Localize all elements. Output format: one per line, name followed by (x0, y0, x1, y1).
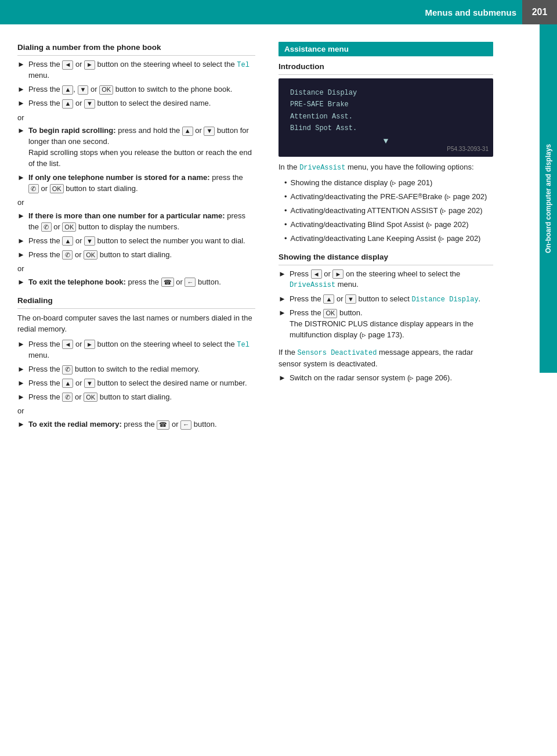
list-item: ► Press the ◄ or ► button on the steerin… (17, 339, 255, 361)
display-image: Distance Display PRE-SAFE Brake Attentio… (278, 78, 493, 157)
list-item: ► To begin rapid scrolling: press and ho… (17, 125, 255, 169)
item-text: Press the ▲ or ▼ button to select the nu… (28, 236, 245, 247)
header-bar: Menus and submenus 201 (0, 0, 557, 24)
distance-display-label: Distance Display (411, 296, 478, 304)
side-tab-label: On-board computer and displays (544, 144, 552, 253)
page-number: 201 (532, 7, 548, 17)
item-text: Press the ▲ or ▼ button to select the de… (28, 98, 211, 109)
right-btn: ► (332, 269, 343, 279)
arrow-icon: ► (17, 339, 25, 350)
item-text: Press the ◄ or ► button on the steering … (28, 59, 255, 81)
item-text: If there is more than one number for a p… (28, 211, 255, 233)
item-text: Press the ▲, ▼ or OK button to switch to… (28, 84, 233, 95)
list-item: ► If there is more than one number for a… (17, 211, 255, 233)
arrow-icon: ► (17, 125, 25, 136)
up-btn: ▲ (182, 127, 193, 136)
phone-book-title: Dialing a number from the phone book (17, 43, 255, 52)
section-distance-display: Showing the distance display ► Press ◄ o… (278, 253, 493, 384)
list-item: ► Press the OK button.The DISTRONIC PLUS… (278, 308, 493, 341)
back-btn: ← (185, 278, 196, 287)
list-item: ► Press ◄ or ► on the steering wheel to … (278, 269, 493, 291)
left-btn: ◄ (62, 60, 73, 70)
up-btn: ▲ (323, 294, 334, 304)
side-tab: On-board computer and displays (540, 24, 557, 373)
list-item: ► Press the ▲, ▼ or OK button to switch … (17, 84, 255, 95)
call-btn: ✆ (62, 365, 73, 375)
item-text: Press the ✆ or OK button to start dialin… (28, 250, 172, 261)
list-item: ► Press the ▲ or ▼ button to select the … (17, 378, 255, 389)
section-phone-book: Dialing a number from the phone book ► P… (17, 43, 255, 288)
list-item: ► Press the ▲ or ▼ button to select Dist… (278, 294, 493, 305)
list-item: ► Press the ✆ button to switch to the re… (17, 364, 255, 375)
right-btn: ► (84, 60, 95, 70)
list-item: ► Switch on the radar sensor system (▹ p… (278, 373, 493, 384)
display-line-3: Attention Asst. (290, 111, 482, 123)
item-text: To exit the telephone book: press the ☎ … (28, 277, 221, 288)
list-item: ► To exit the redial memory: press the ☎… (17, 419, 255, 430)
list-item: Activating/deactivating Lane Keeping Ass… (284, 233, 493, 244)
introduction-divider (278, 74, 493, 75)
up-btn: ▲ (62, 85, 73, 95)
list-item: ► Press the ✆ or OK button to start dial… (17, 250, 255, 261)
introduction-section: Introduction Distance Display PRE-SAFE B… (278, 62, 493, 244)
driveassist-label: DriveAssist (290, 281, 335, 289)
right-btn: ► (84, 340, 95, 349)
list-item: ► Press the ▲ or ▼ button to select the … (17, 98, 255, 109)
or-separator: or (17, 263, 255, 275)
list-item: ► Press the ✆ or OK button to start dial… (17, 392, 255, 403)
left-btn: ◄ (311, 269, 322, 279)
or-separator: or (17, 112, 255, 124)
arrow-icon: ► (278, 294, 286, 305)
redialing-title: Redialing (17, 296, 255, 305)
intro-text: In the DriveAssist menu, you have the fo… (278, 161, 493, 173)
list-item: ► To exit the telephone book: press the … (17, 277, 255, 288)
list-item: ► If only one telephone number is stored… (17, 172, 255, 195)
arrow-icon: ► (17, 172, 25, 183)
up-btn: ▲ (62, 236, 73, 246)
list-item: ► Press the ◄ or ► button on the steerin… (17, 59, 255, 81)
header-teal-bar: Menus and submenus (0, 0, 522, 24)
list-item: Showing the distance display (▹ page 201… (284, 178, 493, 189)
phone-btn: ☎ (161, 278, 174, 287)
arrow-icon: ► (17, 236, 25, 247)
arrow-icon: ► (17, 59, 25, 70)
distance-display-divider (278, 265, 493, 265)
up-btn: ▲ (62, 379, 73, 388)
item-text: Press the ▲ or ▼ button to select the de… (28, 378, 247, 389)
item-text: Switch on the radar sensor system (▹ pag… (290, 373, 452, 384)
up-btn: ▲ (62, 99, 73, 109)
ok-btn: OK (323, 309, 337, 318)
image-caption: P54.33-2093-31 (447, 144, 489, 154)
item-text: If only one telephone number is stored f… (28, 172, 255, 195)
item-text: Press the ✆ button to switch to the redi… (28, 364, 200, 375)
item-text: Press the ✆ or OK button to start dialin… (28, 392, 172, 403)
display-line-2: PRE-SAFE Brake (290, 99, 482, 110)
item-text: To begin rapid scrolling: press and hold… (28, 125, 255, 169)
arrow-icon: ► (17, 84, 25, 95)
left-column: Dialing a number from the phone book ► P… (0, 36, 267, 744)
arrow-icon: ► (17, 392, 25, 403)
redialing-divider (17, 308, 255, 309)
down-btn: ▼ (84, 99, 95, 109)
item-text: Press the OK button.The DISTRONIC PLUS d… (290, 308, 493, 341)
list-item: Activating/deactivating the PRE-SAFE® Br… (284, 192, 493, 203)
list-item: Activating/deactivating ATTENTION ASSIST… (284, 206, 493, 217)
arrow-icon: ► (17, 364, 25, 375)
arrow-icon: ► (278, 269, 286, 280)
list-item: ► Press the ▲ or ▼ button to select the … (17, 236, 255, 247)
or-separator: or (17, 197, 255, 208)
back-btn: ← (180, 420, 191, 430)
display-line-4: Blind Spot Asst. (290, 123, 482, 134)
down-btn: ▼ (345, 294, 356, 304)
arrow-icon: ► (278, 373, 286, 384)
arrow-icon: ► (278, 308, 286, 319)
item-text: Press ◄ or ► on the steering wheel to se… (290, 269, 493, 291)
item-text: Press the ▲ or ▼ button to select Distan… (290, 294, 480, 305)
page-number-box: 201 (522, 0, 557, 24)
call-btn: ✆ (28, 184, 39, 193)
sensors-deactivated-label: Sensors Deactivated (298, 349, 377, 357)
item-text: To exit the redial memory: press the ☎ o… (28, 419, 217, 430)
arrow-icon: ► (17, 211, 25, 222)
call-btn: ✆ (41, 222, 52, 232)
arrow-icon: ► (17, 378, 25, 389)
